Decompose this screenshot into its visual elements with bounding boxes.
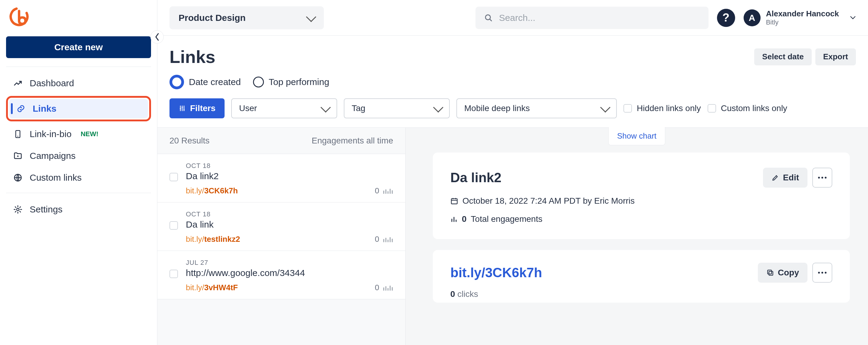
checkbox-icon xyxy=(708,104,716,113)
list-item[interactable]: OCT 18Da linkbit.ly/testlinkz20 xyxy=(157,202,405,251)
radio-date-created[interactable]: Date created xyxy=(169,75,241,89)
checkbox-label: Hidden links only xyxy=(637,103,701,113)
searchbar xyxy=(475,7,709,29)
create-new-button[interactable]: Create new xyxy=(6,36,151,58)
content: Links Select date Export Date created To… xyxy=(157,36,868,345)
sidebar-item-label: Settings xyxy=(30,204,62,215)
search-input-wrapper[interactable] xyxy=(475,7,709,29)
help-button[interactable]: ? xyxy=(717,9,735,27)
active-indicator xyxy=(11,103,13,114)
list-item-short-link[interactable]: bit.ly/3CK6k7h xyxy=(186,186,238,195)
show-chart-button[interactable]: Show chart xyxy=(608,127,665,145)
user-menu[interactable]: A Alexander Hancock Bitly xyxy=(744,9,856,26)
topbar: Product Design ? A Alexander Hancock Bit… xyxy=(157,0,868,36)
question-icon: ? xyxy=(722,11,730,24)
avatar: A xyxy=(744,9,761,26)
list-item-title: Da link xyxy=(186,219,393,230)
detail-short-link[interactable]: bit.ly/3CK6k7h xyxy=(451,265,542,280)
spark-bars-icon xyxy=(383,284,393,291)
engagement-count: 0 xyxy=(462,214,467,224)
copy-icon xyxy=(766,269,774,277)
list-item-engagements: 0 xyxy=(375,283,393,292)
chevron-down-icon xyxy=(433,102,443,113)
detail-short-link-card: bit.ly/3CK6k7h Copy xyxy=(433,250,850,303)
sliders-icon xyxy=(179,105,186,112)
filter-row: Filters User Tag Mobile deep links Hidde… xyxy=(169,98,856,118)
checkbox-icon[interactable] xyxy=(169,221,178,230)
engagements-header: Engagements all time xyxy=(312,136,393,146)
sidebar-active-highlight: Links xyxy=(6,96,151,121)
radio-label: Top performing xyxy=(269,77,329,87)
user-org: Bitly xyxy=(766,19,839,26)
svg-point-2 xyxy=(17,135,18,136)
checkbox-hidden-links-only[interactable]: Hidden links only xyxy=(623,103,701,113)
filters-button[interactable]: Filters xyxy=(169,98,224,118)
search-icon xyxy=(484,13,493,22)
edit-button[interactable]: Edit xyxy=(763,168,807,188)
list-item-title: http://www.google.com/34344 xyxy=(186,268,393,278)
svg-point-9 xyxy=(818,177,820,179)
user-name: Alexander Hancock xyxy=(766,9,839,19)
sidebar-item-dashboard[interactable]: Dashboard xyxy=(6,72,151,94)
workspace-select[interactable]: Product Design xyxy=(169,6,324,29)
dropdown-user[interactable]: User xyxy=(231,98,337,118)
radio-top-performing[interactable]: Top performing xyxy=(253,76,329,88)
more-button-2[interactable] xyxy=(812,263,832,283)
sort-row: Date created Top performing xyxy=(169,75,856,89)
chevron-down-icon xyxy=(600,102,611,113)
svg-point-15 xyxy=(818,272,820,274)
sidebar-item-campaigns[interactable]: Campaigns xyxy=(6,145,151,167)
sidebar-item-settings[interactable]: Settings xyxy=(6,198,151,220)
clicks-label: clicks xyxy=(457,289,478,299)
sidebar: Create new Dashboard Links Link-in-bio N… xyxy=(0,0,157,345)
page-title: Links xyxy=(169,46,216,67)
checkbox-icon[interactable] xyxy=(169,173,178,181)
svg-point-4 xyxy=(17,208,19,211)
sidebar-item-links[interactable]: Links xyxy=(9,99,148,118)
dots-icon xyxy=(818,272,827,274)
copy-label: Copy xyxy=(778,268,799,278)
body: 20 Results Engagements all time OCT 18Da… xyxy=(157,127,868,345)
sidebar-item-custom-links[interactable]: Custom links xyxy=(6,167,151,189)
divider xyxy=(6,193,151,193)
dropdown-tag[interactable]: Tag xyxy=(344,98,450,118)
list-item-date: OCT 18 xyxy=(186,210,393,218)
list-item[interactable]: JUL 27http://www.google.com/34344bit.ly/… xyxy=(157,251,405,299)
checkbox-icon[interactable] xyxy=(169,270,178,278)
svg-point-11 xyxy=(825,177,827,179)
svg-point-16 xyxy=(822,272,823,274)
clicks-meta: 0 clicks xyxy=(451,289,832,299)
folder-star-icon xyxy=(13,151,22,160)
sidebar-item-label: Custom links xyxy=(30,172,82,183)
list-item-short-link[interactable]: bit.ly/testlinkz2 xyxy=(186,234,240,244)
spark-bars-icon xyxy=(383,236,393,243)
list-item-title: Da link2 xyxy=(186,171,393,181)
more-button[interactable] xyxy=(812,168,832,188)
calendar-icon xyxy=(451,197,458,205)
select-date-button[interactable]: Select date xyxy=(754,49,811,65)
list-item-date: OCT 18 xyxy=(186,162,393,170)
sidebar-collapse-button[interactable] xyxy=(150,30,164,43)
search-input[interactable] xyxy=(499,13,700,23)
results-count: 20 Results xyxy=(169,136,210,146)
link-icon xyxy=(17,104,25,113)
detail-link-title: Da link2 xyxy=(451,170,501,185)
export-button[interactable]: Export xyxy=(815,49,856,65)
dropdown-mobile-deep-links[interactable]: Mobile deep links xyxy=(456,98,617,118)
trend-icon xyxy=(13,79,22,88)
copy-button[interactable]: Copy xyxy=(758,263,807,283)
sidebar-item-link-in-bio[interactable]: Link-in-bio NEW! xyxy=(6,123,151,145)
list-item[interactable]: OCT 18Da link2bit.ly/3CK6k7h0 xyxy=(157,154,405,202)
checkbox-custom-links-only[interactable]: Custom links only xyxy=(708,103,787,113)
dropdown-label: User xyxy=(239,103,257,113)
workspace-name: Product Design xyxy=(179,13,246,23)
checkbox-label: Custom links only xyxy=(721,103,787,113)
svg-point-6 xyxy=(180,108,181,109)
list-item-short-link[interactable]: bit.ly/3vHW4tF xyxy=(186,283,238,292)
engagement-meta: 0 Total engagements xyxy=(451,214,832,224)
sidebar-item-label: Dashboard xyxy=(30,78,74,88)
svg-point-10 xyxy=(822,177,823,179)
svg-point-7 xyxy=(182,107,183,108)
bitly-logo xyxy=(9,7,29,27)
svg-point-17 xyxy=(825,272,827,274)
